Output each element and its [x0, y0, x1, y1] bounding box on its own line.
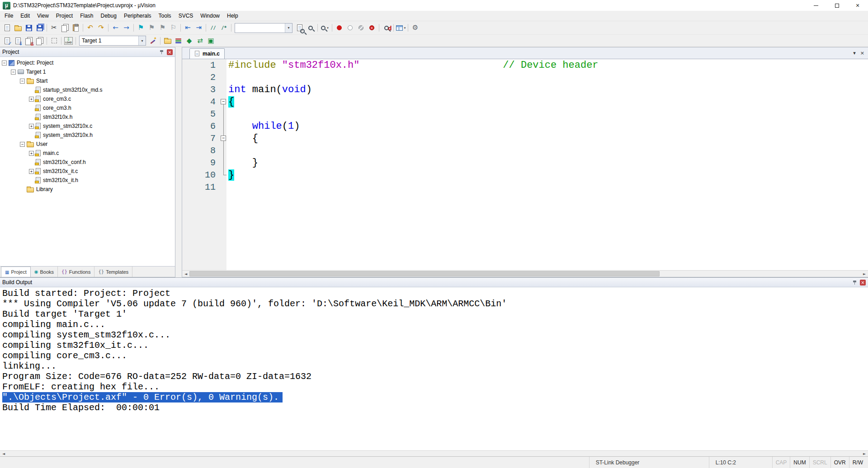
close-button[interactable]: × [847, 0, 868, 11]
build-output-line[interactable]: ".\Objects\Project.axf" - 0 Error(s), 0 … [2, 392, 868, 402]
line-number[interactable]: 5 [182, 108, 220, 120]
output-h-scrollbar[interactable]: ◄ ► [0, 450, 868, 456]
menu-tools[interactable]: Tools [155, 11, 175, 20]
find-in-files-button[interactable] [294, 23, 305, 33]
build-output-line[interactable]: Build Time Elapsed: 00:00:01 [2, 402, 868, 413]
line-number[interactable]: 7 [182, 132, 220, 145]
target-select-dropdown-icon[interactable]: ▾ [138, 36, 146, 45]
code-line-6[interactable]: 6 while(1) [182, 120, 868, 132]
tree-item-core-cm3-c[interactable]: +core_cm3.c [0, 94, 175, 103]
code-line-9[interactable]: 9 } [182, 157, 868, 169]
build-output-line[interactable]: Build started: Project: Project [2, 288, 868, 299]
batch-build-button[interactable] [34, 36, 45, 46]
find-combobox-dropdown-icon[interactable]: ▾ [285, 23, 292, 33]
build-output-line[interactable]: Program Size: Code=676 RO-data=252 RW-da… [2, 371, 868, 382]
line-number[interactable]: 10 [182, 169, 220, 181]
build-output-line[interactable]: Build target 'Target 1' [2, 309, 868, 319]
build-output-line[interactable]: compiling stm32f10x_it.c... [2, 340, 868, 351]
tree-expander-icon[interactable]: + [29, 169, 34, 174]
uncomment-selection-button[interactable]: /* [219, 23, 229, 33]
build-output-line[interactable]: compiling system_stm32f10x.c... [2, 330, 868, 340]
tree-item-user[interactable]: −User [0, 140, 175, 149]
build-output-line[interactable]: FromELF: creating hex file... [2, 382, 868, 392]
code-line-4[interactable]: 4−{ [182, 96, 868, 108]
fold-collapse-icon[interactable]: − [220, 96, 227, 108]
menu-svcs[interactable]: SVCS [175, 11, 197, 20]
menu-view[interactable]: View [33, 11, 52, 20]
stop-build-button[interactable] [49, 36, 59, 46]
panel-tab-templates[interactable]: {}Templates [94, 267, 132, 277]
menu-flash[interactable]: Flash [76, 11, 97, 20]
manage-rte-button[interactable]: ◆ [184, 36, 194, 46]
scroll-right-icon[interactable]: ► [861, 452, 868, 456]
project-panel-close-icon[interactable]: × [167, 49, 173, 55]
tree-item-system-stm32f10x-c[interactable]: +system_stm32f10x.c [0, 122, 175, 131]
bookmark-toggle-button[interactable]: ⚑ [136, 23, 146, 33]
tree-item-stm32f10x-conf-h[interactable]: stm32f10x_conf.h [0, 158, 175, 167]
code-area[interactable]: 1#include "stm32f10x.h" // Device header… [182, 59, 868, 270]
copy-button[interactable] [60, 23, 70, 33]
scrollbar-thumb[interactable] [189, 271, 660, 276]
unindent-button[interactable]: ⇤ [183, 23, 193, 33]
device-database-button[interactable]: ▣ [206, 36, 216, 46]
scrollbar-track[interactable] [189, 271, 861, 277]
line-number[interactable]: 6 [182, 120, 220, 132]
indent-button[interactable]: ⇥ [193, 23, 204, 33]
editor-h-scrollbar[interactable]: ◄ ► [182, 270, 868, 277]
code-line-7[interactable]: 7− { [182, 132, 868, 145]
pin-icon[interactable] [159, 49, 165, 55]
code-line-11[interactable]: 11 [182, 181, 868, 193]
pin-icon[interactable] [852, 280, 858, 285]
code-line-3[interactable]: 3int main(void) [182, 84, 868, 96]
scroll-left-icon[interactable]: ◄ [182, 272, 189, 276]
tree-expander-icon[interactable]: + [29, 124, 34, 129]
build-button[interactable]: ⇓ [13, 36, 23, 46]
tree-item-stm32f10x-h[interactable]: stm32f10x.h [0, 112, 175, 122]
close-tab-icon[interactable]: × [860, 50, 864, 56]
zoom-button[interactable]: ▾ [320, 23, 330, 33]
pack-installer-button[interactable]: ⇄ [195, 36, 205, 46]
tree-item-startup-stm32f10x-md-s[interactable]: startup_stm32f10x_md.s [0, 85, 175, 94]
bookmark-clear-all-button[interactable]: ⚐ [168, 23, 179, 33]
panel-tab-project[interactable]: ▦Project [1, 267, 31, 277]
open-file-button[interactable] [13, 23, 23, 33]
save-all-button[interactable] [34, 23, 45, 33]
tree-item-stm32f10x-it-c[interactable]: +stm32f10x_it.c [0, 167, 175, 176]
build-output-line[interactable]: compiling main.c... [2, 319, 868, 330]
menu-window[interactable]: Window [197, 11, 223, 20]
code-line-10[interactable]: 10} [182, 169, 868, 181]
build-output-log[interactable]: Build started: Project: Project*** Using… [0, 287, 868, 450]
scrollbar-track[interactable] [7, 451, 861, 456]
line-number[interactable]: 11 [182, 181, 220, 193]
maximize-button[interactable] [826, 0, 847, 11]
tree-expander-icon[interactable]: − [20, 142, 25, 147]
find-button[interactable] [305, 23, 316, 33]
window-layout-button[interactable]: ▾ [396, 23, 406, 33]
code-line-1[interactable]: 1#include "stm32f10x.h" // Device header [182, 59, 868, 71]
books-environment-button[interactable] [173, 36, 184, 46]
tree-item-stm32f10x-it-h[interactable]: stm32f10x_it.h [0, 176, 175, 185]
insert-breakpoint-button[interactable] [334, 23, 344, 33]
cut-button[interactable]: ✂ [49, 23, 59, 33]
tree-expander-icon[interactable]: + [29, 97, 34, 102]
fold-collapse-icon[interactable]: − [220, 132, 227, 145]
line-number[interactable]: 1 [182, 59, 220, 71]
tab-list-dropdown-icon[interactable]: ▾ [853, 50, 856, 56]
tree-expander-icon[interactable]: − [11, 70, 16, 75]
tree-item-main-c[interactable]: +main.c [0, 149, 175, 158]
menu-debug[interactable]: Debug [97, 11, 120, 20]
minimize-button[interactable] [806, 0, 826, 11]
scroll-right-icon[interactable]: ► [861, 272, 868, 276]
panel-tab-functions[interactable]: {}Functions [58, 267, 94, 277]
find-combobox[interactable]: ▾ [235, 23, 292, 33]
target-select[interactable]: Target 1▾ [79, 36, 146, 46]
comment-selection-button[interactable]: // [208, 23, 218, 33]
disable-breakpoint-button[interactable] [345, 23, 355, 33]
options-for-target-button[interactable] [148, 36, 158, 46]
file-extensions-button[interactable] [162, 36, 173, 46]
paste-button[interactable] [71, 23, 81, 33]
tab-main-c[interactable]: main.c [189, 48, 225, 59]
tree-expander-icon[interactable]: − [20, 79, 25, 84]
menu-help[interactable]: Help [223, 11, 242, 20]
rebuild-all-button[interactable]: ⇊ [24, 36, 34, 46]
